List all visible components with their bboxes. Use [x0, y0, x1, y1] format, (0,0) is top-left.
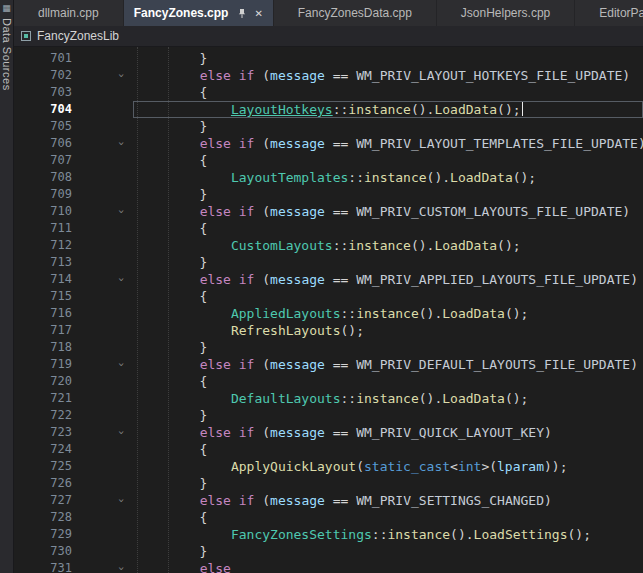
line-number[interactable]: 725 — [14, 458, 72, 475]
code-line[interactable]: 721 DefaultLayouts::instance().LoadData(… — [14, 390, 643, 407]
code-text: else if (message == WM_PRIV_LAYOUT_HOTKE… — [137, 67, 630, 84]
fold-chevron-icon[interactable]: › — [72, 203, 137, 220]
code-line[interactable]: 709 } — [14, 186, 643, 203]
fold-margin — [72, 543, 137, 560]
code-line[interactable]: 716 AppliedLayouts::instance().LoadData(… — [14, 305, 643, 322]
code-line[interactable]: 708 LayoutTemplates::instance().LoadData… — [14, 169, 643, 186]
fold-chevron-icon[interactable]: › — [72, 271, 137, 288]
line-number[interactable]: 710 — [14, 203, 72, 220]
code-line[interactable]: 715 { — [14, 288, 643, 305]
line-number[interactable]: 711 — [14, 220, 72, 237]
code-line[interactable]: 713 } — [14, 254, 643, 271]
code-line[interactable]: 728 { — [14, 509, 643, 526]
tab-jsonhelpers-cpp[interactable]: JsonHelpers.cpp — [437, 0, 575, 26]
data-sources-tab[interactable]: ▦ Data Sources — [1, 3, 13, 91]
line-number[interactable]: 707 — [14, 152, 72, 169]
fold-chevron-icon[interactable]: › — [72, 67, 137, 84]
code-line[interactable]: 707 { — [14, 152, 643, 169]
line-number[interactable]: 716 — [14, 305, 72, 322]
line-number[interactable]: 719 — [14, 356, 72, 373]
code-text: else if (message == WM_PRIV_APPLIED_LAYO… — [137, 271, 638, 288]
tab-fancyzones-cpp[interactable]: FancyZones.cpp ✕ — [124, 0, 274, 26]
line-number[interactable]: 722 — [14, 407, 72, 424]
code-line[interactable]: 714› else if (message == WM_PRIV_APPLIED… — [14, 271, 643, 288]
close-icon[interactable]: ✕ — [254, 8, 262, 19]
code-text: } — [137, 254, 207, 271]
code-line[interactable]: 725 ApplyQuickLayout(static_cast<int>(lp… — [14, 458, 643, 475]
line-number[interactable]: 709 — [14, 186, 72, 203]
fold-chevron-icon[interactable]: › — [72, 560, 137, 573]
cpp-project-icon — [21, 31, 31, 41]
line-number[interactable]: 705 — [14, 118, 72, 135]
code-line[interactable]: 723› else if (message == WM_PRIV_QUICK_L… — [14, 424, 643, 441]
tab-label: FancyZonesData.cpp — [298, 6, 412, 20]
code-line[interactable]: 703 { — [14, 84, 643, 101]
line-number[interactable]: 726 — [14, 475, 72, 492]
code-text: { — [137, 441, 207, 458]
code-text: else if (message == WM_PRIV_CUSTOM_LAYOU… — [137, 203, 630, 220]
tab-fancyzonesdata-cpp[interactable]: FancyZonesData.cpp — [274, 0, 437, 26]
line-number[interactable]: 718 — [14, 339, 72, 356]
code-line[interactable]: 724 { — [14, 441, 643, 458]
fold-margin — [72, 322, 137, 339]
data-sources-icon: ▦ — [2, 3, 11, 13]
navigation-bar[interactable]: FancyZonesLib — [14, 26, 643, 47]
code-line[interactable]: 710› else if (message == WM_PRIV_CUSTOM_… — [14, 203, 643, 220]
line-number[interactable]: 729 — [14, 526, 72, 543]
line-number[interactable]: 728 — [14, 509, 72, 526]
code-line[interactable]: 701 } — [14, 50, 643, 67]
tab-label: JsonHelpers.cpp — [461, 6, 550, 20]
code-line[interactable]: 711 { — [14, 220, 643, 237]
code-line[interactable]: 717 RefreshLayouts(); — [14, 322, 643, 339]
line-number[interactable]: 731 — [14, 560, 72, 573]
fold-margin — [72, 339, 137, 356]
fold-margin — [72, 152, 137, 169]
line-number[interactable]: 712 — [14, 237, 72, 254]
code-line[interactable]: 702› else if (message == WM_PRIV_LAYOUT_… — [14, 67, 643, 84]
code-text: else — [137, 560, 231, 573]
line-number[interactable]: 715 — [14, 288, 72, 305]
fold-chevron-icon[interactable]: › — [72, 356, 137, 373]
code-line[interactable]: 706› else if (message == WM_PRIV_LAYOUT_… — [14, 135, 643, 152]
code-line[interactable]: 718 } — [14, 339, 643, 356]
code-line[interactable]: 712 CustomLayouts::instance().LoadData()… — [14, 237, 643, 254]
code-editor[interactable]: 701 }702› else if (message == WM_PRIV_LA… — [14, 47, 643, 573]
line-number[interactable]: 724 — [14, 441, 72, 458]
code-text: { — [137, 152, 207, 169]
line-number[interactable]: 702 — [14, 67, 72, 84]
line-number[interactable]: 714 — [14, 271, 72, 288]
code-line[interactable]: 729 FancyZonesSettings::instance().LoadS… — [14, 526, 643, 543]
vs-editor-window: ▦ Data Sources dllmain.cpp FancyZones.cp… — [0, 0, 643, 573]
line-number[interactable]: 708 — [14, 169, 72, 186]
code-line[interactable]: 705 } — [14, 118, 643, 135]
line-number[interactable]: 703 — [14, 84, 72, 101]
fold-chevron-icon[interactable]: › — [72, 424, 137, 441]
tab-dllmain-cpp[interactable]: dllmain.cpp — [14, 0, 124, 26]
code-lines: 701 }702› else if (message == WM_PRIV_LA… — [14, 50, 643, 573]
code-line[interactable]: 731› else — [14, 560, 643, 573]
line-number[interactable]: 717 — [14, 322, 72, 339]
tab-editorparameters-cpp[interactable]: EditorParamet — [575, 0, 643, 26]
code-line[interactable]: 730 } — [14, 543, 643, 560]
line-number[interactable]: 730 — [14, 543, 72, 560]
code-line[interactable]: 727› else if (message == WM_PRIV_SETTING… — [14, 492, 643, 509]
fold-chevron-icon[interactable]: › — [72, 492, 137, 509]
code-line[interactable]: 720 { — [14, 373, 643, 390]
line-number[interactable]: 727 — [14, 492, 72, 509]
line-number[interactable]: 706 — [14, 135, 72, 152]
code-line[interactable]: 722 } — [14, 407, 643, 424]
line-number[interactable]: 720 — [14, 373, 72, 390]
line-number[interactable]: 723 — [14, 424, 72, 441]
code-line[interactable]: 719› else if (message == WM_PRIV_DEFAULT… — [14, 356, 643, 373]
code-text: } — [137, 407, 207, 424]
pin-icon[interactable] — [237, 8, 247, 19]
code-line[interactable]: 726 } — [14, 475, 643, 492]
line-number[interactable]: 721 — [14, 390, 72, 407]
code-text: } — [137, 339, 207, 356]
line-number[interactable]: 701 — [14, 50, 72, 67]
fold-chevron-icon[interactable]: › — [72, 135, 137, 152]
fold-margin — [72, 407, 137, 424]
code-line[interactable]: 704 LayoutHotkeys::instance().LoadData()… — [14, 101, 643, 118]
line-number[interactable]: 713 — [14, 254, 72, 271]
line-number[interactable]: 704 — [14, 101, 72, 118]
